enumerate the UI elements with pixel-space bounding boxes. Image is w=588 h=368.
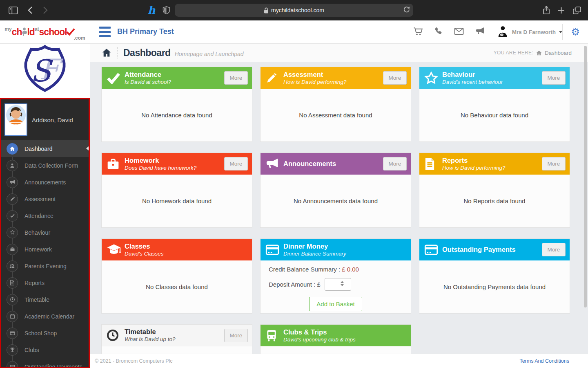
child-figure-icon bbox=[22, 27, 27, 36]
logo-check-icon bbox=[66, 28, 75, 36]
card-assessment: AssessmentHow is David performing? More … bbox=[260, 67, 411, 142]
card-announcements-header: Announcements More bbox=[261, 153, 411, 175]
sidebar-item-assessment[interactable]: Assessment bbox=[1, 191, 89, 207]
svg-text:S: S bbox=[30, 53, 53, 88]
more-button[interactable]: More bbox=[542, 71, 566, 85]
logo-my: my bbox=[4, 26, 11, 32]
sidebar-item-reports[interactable]: Reports bbox=[1, 274, 89, 291]
sidebar-item-attendance[interactable]: Attendance bbox=[1, 207, 89, 224]
people-icon bbox=[7, 260, 18, 272]
announcements-icon[interactable] bbox=[475, 27, 485, 37]
you-are-here-label: YOU ARE HERE: bbox=[494, 50, 533, 56]
more-button[interactable]: More bbox=[383, 157, 407, 171]
sidebar-item-academic-calendar[interactable]: Academic Calendar bbox=[1, 308, 89, 325]
card-behaviour: BehaviourDavid's recent behaviour More N… bbox=[419, 67, 570, 142]
phone-icon[interactable] bbox=[434, 27, 443, 37]
sidebar-nav: Dashboard Data Collection Form Announcem… bbox=[1, 140, 89, 368]
card-dinner-money: Dinner MoneyDinner Balance Summary Credi… bbox=[260, 238, 411, 314]
home-icon[interactable] bbox=[102, 48, 111, 57]
card-clubs-trips-header: Clubs & TripsDavid's upcoming club & tri… bbox=[261, 325, 411, 346]
card-classes-body: No Classes data found bbox=[102, 260, 252, 313]
card-behaviour-body: No Behaviour data found bbox=[419, 89, 570, 141]
extension-h-icon[interactable]: h bbox=[145, 0, 158, 20]
card-clubs-trips: Clubs & TripsDavid's upcoming club & tri… bbox=[260, 324, 411, 354]
briefcase-icon bbox=[107, 158, 125, 170]
home-icon bbox=[7, 143, 18, 155]
calendar-icon bbox=[7, 311, 18, 322]
settings-gear-icon[interactable]: ⚙ bbox=[571, 25, 580, 38]
share-icon[interactable] bbox=[540, 0, 553, 20]
new-tab-icon[interactable] bbox=[555, 0, 568, 20]
user-avatar-icon bbox=[496, 25, 509, 38]
terms-link[interactable]: Terms And Conditions bbox=[519, 358, 569, 364]
menu-toggle-button[interactable] bbox=[99, 27, 111, 37]
basket-icon[interactable] bbox=[413, 27, 423, 37]
graduation-cap-icon bbox=[107, 244, 125, 256]
browser-chrome: h mychildatschool.com bbox=[0, 0, 588, 20]
more-button[interactable]: More bbox=[542, 157, 566, 171]
deposit-amount-label: Deposit Amount : £ bbox=[269, 281, 321, 288]
card-assessment-header: AssessmentHow is David performing? More bbox=[261, 67, 411, 89]
more-button[interactable]: More bbox=[224, 329, 248, 342]
sidebar-item-dashboard[interactable]: Dashboard bbox=[1, 140, 89, 157]
check-icon bbox=[7, 210, 18, 222]
sidebar-item-timetable[interactable]: Timetable bbox=[1, 291, 89, 308]
sidebar-item-data-collection-form[interactable]: Data Collection Form bbox=[1, 157, 89, 174]
card-dinner-money-header: Dinner MoneyDinner Balance Summary bbox=[261, 239, 411, 260]
card-clubs-trips-body bbox=[261, 346, 411, 354]
bus-icon bbox=[265, 329, 283, 342]
card-reports-header: ReportsHow is David performing? More bbox=[419, 153, 570, 175]
credit-card-icon bbox=[424, 244, 442, 256]
credit-balance-label: Credit Balance Summary : bbox=[269, 266, 340, 273]
user-menu[interactable]: Mrs D Farnworth bbox=[496, 25, 562, 38]
card-homework: HomeworkDoes David have homework? More N… bbox=[101, 153, 252, 228]
mcas-logo[interactable]: mychldatschool.com bbox=[0, 20, 90, 43]
url-bar[interactable]: mychildatschool.com bbox=[175, 4, 413, 17]
card-attendance-header: AttendanceIs David at school? More bbox=[102, 67, 252, 89]
card-timetable: TimetableWhat is David up to? More bbox=[101, 324, 252, 354]
clock-icon bbox=[107, 329, 125, 341]
tabs-overview-icon[interactable] bbox=[570, 0, 584, 20]
sidebar-item-homework[interactable]: Homework bbox=[1, 241, 89, 258]
sidebar-item-outstanding-payments[interactable]: Outstanding Payments bbox=[1, 358, 89, 368]
document-icon bbox=[424, 157, 442, 171]
megaphone-icon bbox=[7, 177, 18, 188]
student-selector[interactable]: Addison, David bbox=[1, 99, 89, 140]
more-button[interactable]: More bbox=[383, 71, 407, 85]
main-content: Dashboard Homepage and Launchpad YOU ARE… bbox=[90, 44, 588, 368]
card-homework-body: No Homework data found bbox=[102, 175, 252, 227]
card-announcements: Announcements More No Announcements data… bbox=[260, 153, 411, 228]
lock-icon bbox=[264, 7, 269, 13]
active-caret-icon bbox=[86, 146, 89, 150]
more-button[interactable]: More bbox=[542, 243, 566, 256]
more-button[interactable]: More bbox=[224, 157, 248, 171]
sidebar-item-clubs[interactable]: Clubs bbox=[1, 341, 89, 358]
document-icon bbox=[7, 277, 18, 289]
student-photo bbox=[4, 103, 27, 136]
logo-at: at bbox=[35, 26, 39, 32]
sidebar-item-parents-evening[interactable]: Parents Evening bbox=[1, 258, 89, 274]
clock-icon bbox=[7, 294, 18, 305]
app-header: mychldatschool.com BH Primary Test Mrs D… bbox=[0, 20, 588, 44]
shield-icon[interactable] bbox=[160, 0, 172, 20]
page-title: Dashboard bbox=[123, 47, 171, 58]
card-dinner-money-body: Credit Balance Summary : £ 0.00 Deposit … bbox=[261, 260, 411, 313]
sidebar-item-announcements[interactable]: Announcements bbox=[1, 174, 89, 191]
school-crest: F S bbox=[0, 44, 90, 98]
add-to-basket-button[interactable]: Add to Basket bbox=[309, 297, 362, 311]
back-icon[interactable] bbox=[24, 0, 36, 20]
sidebar-item-behaviour[interactable]: Behaviour bbox=[1, 224, 89, 241]
reload-icon[interactable] bbox=[403, 6, 410, 15]
card-timetable-header: TimetableWhat is David up to? More bbox=[102, 325, 252, 346]
more-button[interactable]: More bbox=[224, 71, 248, 85]
deposit-amount-input[interactable] bbox=[325, 278, 351, 291]
pencil-icon bbox=[7, 193, 18, 205]
forward-icon[interactable] bbox=[39, 0, 51, 20]
sidebar-toggle-icon[interactable] bbox=[6, 0, 20, 20]
chevron-down-icon bbox=[559, 31, 562, 33]
card-classes: ClassesDavid's Classes No Classes data f… bbox=[101, 238, 252, 314]
mail-icon[interactable] bbox=[454, 27, 464, 37]
page-scrollbar[interactable] bbox=[584, 46, 587, 307]
sidebar-item-school-shop[interactable]: School Shop bbox=[1, 325, 89, 341]
card-outstanding-payments: Outstanding Payments More No Outstanding… bbox=[419, 238, 570, 314]
